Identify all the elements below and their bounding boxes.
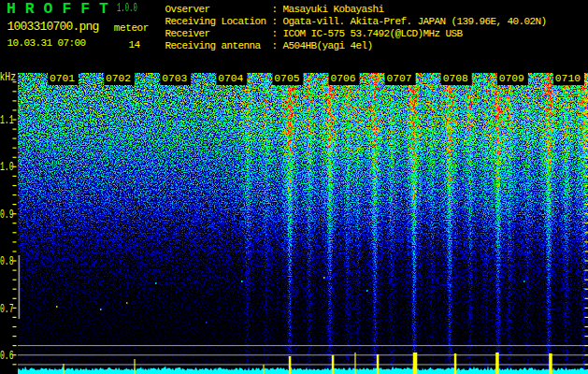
svg-text:0706: 0706 (330, 73, 355, 84)
svg-text:0.9: 0.9 (0, 208, 13, 221)
svg-text:0707: 0707 (387, 73, 412, 84)
svg-text:0.7: 0.7 (0, 302, 13, 315)
svg-text:0701: 0701 (50, 73, 75, 84)
svg-text:0705: 0705 (274, 73, 299, 84)
svg-text:0702: 0702 (106, 73, 131, 84)
svg-text:0.6: 0.6 (0, 349, 13, 362)
svg-text:0704: 0704 (218, 73, 243, 84)
svg-text:1.1: 1.1 (0, 113, 13, 126)
svg-text:0703: 0703 (162, 73, 187, 84)
svg-text:1.0: 1.0 (0, 161, 13, 174)
svg-text:0.8: 0.8 (0, 254, 13, 267)
svg-text:0709: 0709 (499, 73, 524, 84)
svg-text:kHz: kHz (0, 71, 16, 83)
svg-text:0708: 0708 (443, 73, 468, 84)
svg-text:0710: 0710 (555, 73, 581, 84)
